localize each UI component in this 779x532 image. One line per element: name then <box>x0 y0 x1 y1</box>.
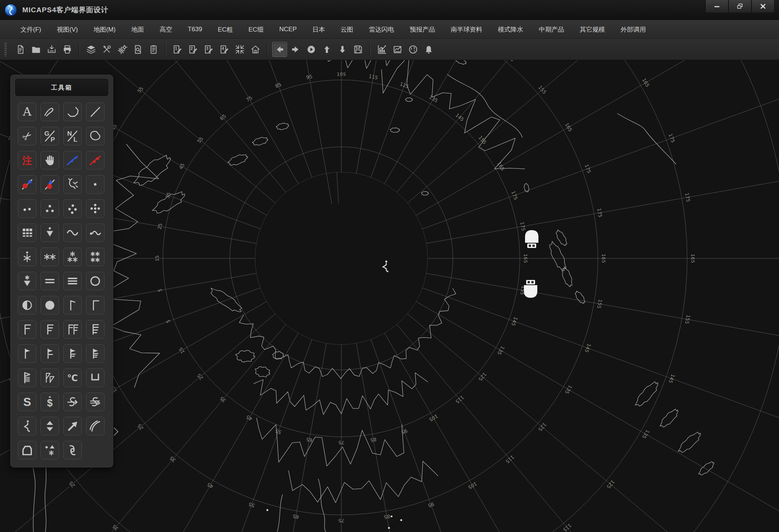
tool-diagonal-line[interactable] <box>86 103 104 121</box>
save-download-button[interactable] <box>45 42 59 57</box>
map-canvas[interactable]: 7565554535251555152535455565758595105115… <box>0 60 779 532</box>
open-folder-button[interactable] <box>29 42 43 57</box>
tool-pennant-2[interactable] <box>41 344 59 363</box>
menu-item-ec-coarse[interactable]: EC粗 <box>210 23 241 36</box>
play-button[interactable] <box>304 42 318 57</box>
tool-typhoon[interactable] <box>63 441 82 460</box>
tool-bracket-u[interactable] <box>86 368 104 387</box>
tool-dots-3[interactable] <box>41 199 59 218</box>
tool-curve-pen[interactable] <box>41 103 59 121</box>
tool-wave-dot[interactable] <box>86 223 104 242</box>
menu-item-upper-air[interactable]: 高空 <box>152 23 180 36</box>
tool-barb-f1[interactable] <box>18 320 36 339</box>
menu-item-radar-lightning[interactable]: 雷达闪电 <box>361 23 402 36</box>
fit-shrink-button[interactable] <box>233 42 247 57</box>
edit-page-4-button[interactable]: 4 <box>217 42 231 57</box>
tool-dollar-arrow[interactable]: $ <box>41 393 59 411</box>
bar-chart-button[interactable] <box>375 42 389 57</box>
settings-button[interactable] <box>115 42 129 57</box>
menu-item-view[interactable]: 视图(V) <box>49 23 86 36</box>
tool-barb-half[interactable] <box>63 296 82 315</box>
menu-item-southern-hemisphere[interactable]: 南半球资料 <box>443 23 490 36</box>
tool-warm-front[interactable] <box>86 151 104 170</box>
tool-temp-celsius[interactable]: ℃ <box>63 368 82 387</box>
back-button[interactable] <box>272 42 287 57</box>
tools-button[interactable] <box>100 42 114 57</box>
tool-barb-full[interactable] <box>86 296 104 315</box>
globe-button[interactable] <box>406 42 420 57</box>
edit-page-2-button[interactable]: 2 <box>186 42 200 57</box>
tool-circle-open[interactable] <box>86 272 104 290</box>
usb-marker-up[interactable] <box>525 230 538 248</box>
print-button[interactable] <box>60 42 74 57</box>
home-button[interactable] <box>248 42 263 57</box>
new-file-button[interactable] <box>13 42 28 57</box>
clipboard-button[interactable] <box>147 42 161 57</box>
menu-item-external-call[interactable]: 外部调用 <box>613 23 654 36</box>
edit-page-1-button[interactable]: 1 <box>170 42 184 57</box>
tool-dots-5[interactable] <box>86 199 104 218</box>
tool-barb-f2[interactable] <box>41 320 59 339</box>
tool-s-arrow[interactable] <box>63 393 82 411</box>
tool-asterisk-3[interactable] <box>63 248 82 266</box>
tool-flags-pair[interactable] <box>41 368 59 387</box>
tool-double-curve[interactable] <box>86 417 104 435</box>
tool-single-dot[interactable] <box>86 175 104 194</box>
tool-letter-s[interactable]: S <box>18 393 36 411</box>
tool-asterisk-dot[interactable] <box>18 248 36 266</box>
tool-flag-lines[interactable] <box>18 368 36 387</box>
tool-scissors[interactable]: ✂ <box>18 127 36 145</box>
tool-circle-half[interactable] <box>18 296 36 315</box>
tool-pennant-3[interactable] <box>63 344 82 363</box>
tool-barb-double[interactable] <box>63 320 82 339</box>
tool-stationary-front[interactable] <box>41 175 59 194</box>
line-chart-button[interactable] <box>390 42 405 57</box>
preview-button[interactable] <box>131 42 145 57</box>
tool-squall-line[interactable] <box>18 417 36 435</box>
tool-symbol-cluster[interactable] <box>41 441 59 460</box>
usb-marker-down[interactable] <box>524 280 537 298</box>
tool-annotation[interactable]: 注 <box>18 151 36 170</box>
tool-arrows-updown[interactable] <box>41 417 59 435</box>
tool-dots-4[interactable] <box>63 199 82 218</box>
tool-pennant-1[interactable] <box>18 344 36 363</box>
tool-occluded-front[interactable] <box>18 175 36 194</box>
page-up-button[interactable] <box>320 42 334 57</box>
forward-button[interactable] <box>289 42 303 57</box>
tool-gp-toggle[interactable]: GP <box>41 127 59 145</box>
restore-button[interactable] <box>728 0 751 13</box>
tool-cold-front[interactable] <box>63 151 82 170</box>
page-down-button[interactable] <box>335 42 350 57</box>
tool-s-arrow-double[interactable] <box>86 393 104 411</box>
tool-text-a[interactable]: A <box>18 103 36 121</box>
tool-barb-f3[interactable] <box>86 320 104 339</box>
tool-nl-toggle[interactable]: NL <box>63 127 82 145</box>
polar-map[interactable]: 7565554535251555152535455565758595105115… <box>0 60 779 532</box>
tool-pan-hand[interactable] <box>41 151 59 170</box>
menu-item-surface[interactable]: 地面 <box>123 23 152 36</box>
tool-circle-filled[interactable] <box>41 296 59 315</box>
menu-item-ncep[interactable]: NCEP <box>271 23 305 35</box>
menu-item-other-scale[interactable]: 其它规模 <box>572 23 613 36</box>
tool-trough-hook[interactable] <box>63 175 82 194</box>
tool-arrow-ne[interactable] <box>63 417 82 435</box>
menu-item-japan[interactable]: 日本 <box>305 23 333 36</box>
tool-dots-2[interactable] <box>18 199 36 218</box>
tool-triple-lines[interactable] <box>63 272 82 290</box>
tool-open-polygon[interactable] <box>63 103 82 121</box>
edit-page-3-button[interactable]: 3 <box>202 42 216 57</box>
tool-pennant-4[interactable] <box>86 344 104 363</box>
tool-asterisk-4[interactable] <box>86 248 104 266</box>
tool-polygon-sheet[interactable] <box>18 441 36 460</box>
menu-item-map[interactable]: 地图(M) <box>86 23 123 36</box>
squall-symbol[interactable] <box>383 261 389 273</box>
tool-wave[interactable] <box>63 223 82 242</box>
tool-triangle-dot[interactable] <box>41 223 59 242</box>
toolbox-collapse-handle[interactable] <box>113 427 119 436</box>
menu-item-t639[interactable]: T639 <box>180 23 210 35</box>
menu-item-satellite[interactable]: 云图 <box>333 23 361 36</box>
menu-item-ec-fine[interactable]: EC细 <box>241 23 271 36</box>
minimize-button[interactable] <box>705 0 728 13</box>
tool-squares-grid[interactable] <box>18 223 36 242</box>
tool-triangle-asterisk[interactable] <box>18 272 36 290</box>
